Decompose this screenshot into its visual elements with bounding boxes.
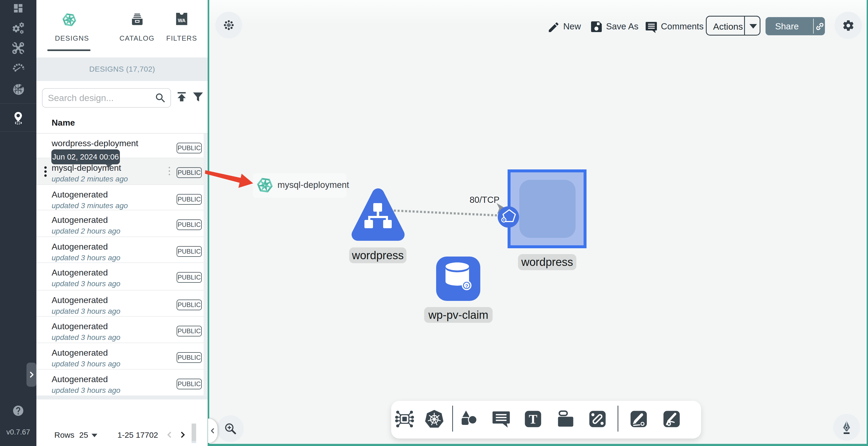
svg-text:?: ? [465,283,468,289]
svg-text:T: T [529,412,537,426]
svg-text:WA: WA [178,18,186,23]
